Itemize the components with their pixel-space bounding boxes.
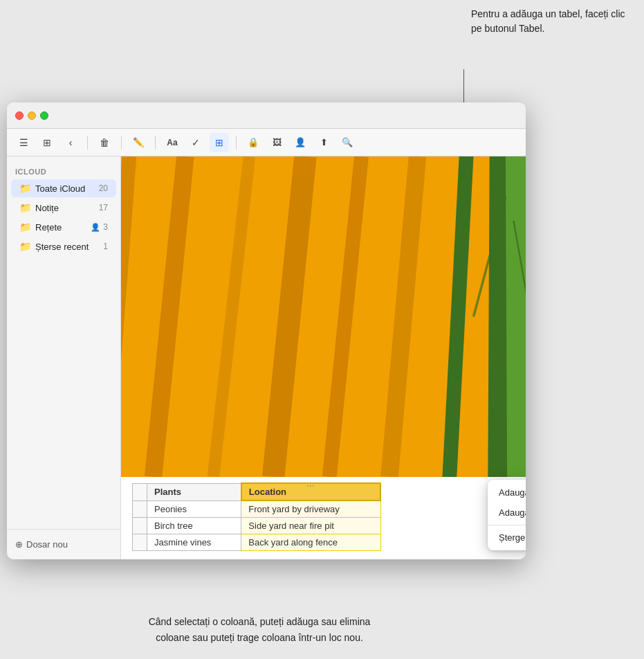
col-location-header[interactable]: ··· Location — [241, 483, 380, 500]
row-handle-header — [133, 483, 147, 500]
share-icon: ⬆ — [320, 137, 328, 147]
sidebar-item-retete[interactable]: 📁 Rețete 👤 3 — [11, 218, 116, 236]
folder-icon: 📁 — [19, 183, 31, 194]
annotation-top-right: Pentru a adăuga un tabel, faceți clic pe… — [471, 7, 630, 36]
lock-button[interactable]: 🔒 — [243, 133, 263, 152]
context-menu-item-add-after[interactable]: Adaugă o coloană după — [488, 503, 526, 523]
sidebar-item-all-icloud[interactable]: 📁 Toate iCloud 20 — [11, 179, 116, 197]
svg-marker-8 — [504, 156, 526, 477]
grid-view-button[interactable]: ⊞ — [37, 133, 57, 152]
location-cell-3: Back yard along fence — [241, 534, 380, 551]
text-format-button[interactable]: Aa — [163, 133, 182, 152]
folder-icon-4: 📁 — [19, 241, 31, 252]
sidebar-item-label-2: Notițe — [35, 203, 95, 213]
list-view-button[interactable]: ☰ — [14, 133, 33, 152]
trash-icon: 🗑 — [100, 137, 109, 148]
folder-icon-3: 📁 — [19, 222, 31, 233]
sidebar-item-count: 20 — [99, 183, 108, 193]
row-handle-3[interactable] — [133, 534, 147, 551]
separator-4 — [236, 136, 237, 150]
maximize-button[interactable] — [40, 111, 48, 120]
lock-icon: 🔒 — [248, 137, 259, 147]
delete-button[interactable]: 🗑 — [95, 133, 114, 152]
col-handle: ··· — [242, 482, 380, 490]
main-window: ☰ ⊞ ‹ 🗑 ✏️ Aa ✓ ⊞ 🔒 🖼 — [7, 102, 526, 559]
location-cell-1: Front yard by driveway — [241, 500, 380, 518]
photo-background-svg — [121, 156, 526, 477]
new-folder-button[interactable]: ⊕ Dosar nou — [15, 536, 68, 552]
checklist-button[interactable]: ✓ — [186, 133, 205, 152]
table-row: Jasmine vines Back yard along fence — [133, 534, 381, 551]
sidebar-item-label-3: Rețete — [35, 222, 86, 233]
person-badge-icon: 👤 — [91, 223, 100, 232]
context-menu-item-delete[interactable]: Șterge coloana — [488, 527, 526, 548]
table-row: Peonies Front yard by driveway — [133, 500, 381, 518]
table-icon: ⊞ — [215, 137, 223, 148]
sidebar-item-label-4: Șterse recent — [35, 242, 99, 252]
table-area: Plants ··· Location Peoni — [121, 477, 526, 559]
table-button[interactable]: ⊞ — [210, 133, 229, 152]
sidebar-item-count-3: 👤 3 — [91, 222, 108, 232]
text-format-icon: Aa — [167, 138, 177, 147]
annotation-bottom: Când selectați o coloană, puteți adăuga … — [135, 614, 384, 645]
grid-icon: ⊞ — [43, 137, 51, 148]
window-body: iCloud 📁 Toate iCloud 20 📁 Notițe 17 📁 R… — [7, 156, 526, 559]
search-icon: 🔍 — [342, 137, 353, 147]
row-handle-1[interactable] — [133, 500, 147, 518]
context-menu: Adaugă o coloană înainte Adaugă o coloan… — [488, 480, 526, 550]
photo-icon: 🖼 — [273, 137, 282, 147]
search-button[interactable]: 🔍 — [338, 133, 357, 152]
context-menu-item-add-before[interactable]: Adaugă o coloană înainte — [488, 482, 526, 503]
media-button[interactable]: 🖼 — [267, 133, 286, 152]
compose-icon: ✏️ — [133, 137, 144, 147]
table-row: Birch tree Side yard near fire pit — [133, 518, 381, 534]
folder-icon-2: 📁 — [19, 202, 31, 213]
share-button[interactable]: ⬆ — [314, 133, 333, 152]
photo-area — [121, 156, 526, 477]
toolbar: ☰ ⊞ ‹ 🗑 ✏️ Aa ✓ ⊞ 🔒 🖼 — [7, 129, 526, 156]
sidebar-section-label: iCloud — [7, 163, 120, 179]
separator-3 — [155, 136, 156, 150]
new-folder-label: Dosar nou — [26, 539, 68, 550]
sidebar: iCloud 📁 Toate iCloud 20 📁 Notițe 17 📁 R… — [7, 156, 121, 559]
sidebar-item-label: Toate iCloud — [35, 183, 95, 194]
list-icon: ☰ — [19, 137, 28, 148]
location-cell-2: Side yard near fire pit — [241, 518, 380, 534]
close-button[interactable] — [15, 111, 24, 120]
minimize-button[interactable] — [28, 111, 36, 120]
plus-icon: ⊕ — [15, 539, 23, 550]
separator-1 — [87, 136, 88, 150]
person-button[interactable]: 👤 — [291, 133, 310, 152]
sidebar-item-notite[interactable]: 📁 Notițe 17 — [11, 199, 116, 217]
plant-cell-3: Jasmine vines — [147, 534, 241, 551]
main-content: Plants ··· Location Peoni — [121, 156, 526, 559]
plant-cell-2: Birch tree — [147, 518, 241, 534]
sidebar-item-sterse[interactable]: 📁 Șterse recent 1 — [11, 237, 116, 255]
context-menu-divider — [488, 525, 526, 525]
checklist-icon: ✓ — [192, 137, 200, 148]
separator-2 — [121, 136, 122, 150]
plant-cell-1: Peonies — [147, 500, 241, 518]
row-handle-2[interactable] — [133, 518, 147, 534]
back-button[interactable]: ‹ — [61, 133, 80, 152]
sidebar-item-count-2: 17 — [99, 203, 108, 213]
sidebar-footer: ⊕ Dosar nou — [7, 529, 120, 559]
chevron-left-icon: ‹ — [69, 137, 73, 148]
sidebar-item-count-4: 1 — [103, 242, 108, 251]
traffic-lights — [15, 111, 48, 120]
titlebar — [7, 102, 526, 129]
person-icon: 👤 — [295, 137, 306, 147]
col-handle-dots: ··· — [307, 482, 315, 490]
compose-button[interactable]: ✏️ — [129, 133, 148, 152]
notes-table: Plants ··· Location Peoni — [132, 482, 381, 551]
col-plants-header: Plants — [147, 483, 241, 500]
